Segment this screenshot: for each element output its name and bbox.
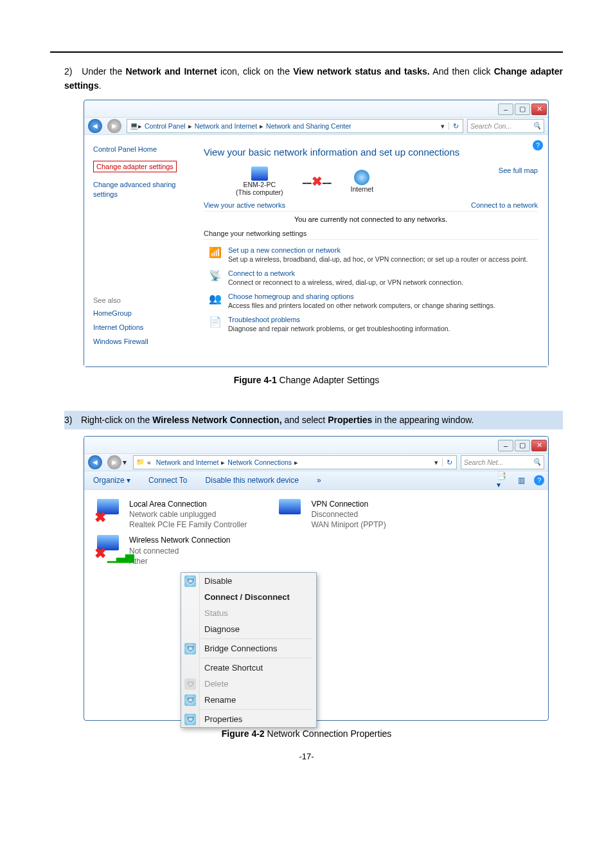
window-network-connections: – ▢ ✕ ◄ ► ▾ 📁 « Network and Internet ▸ N…: [84, 436, 549, 721]
minimize-button[interactable]: –: [498, 104, 513, 115]
connection-vpn[interactable]: VPN Connection Disconnected WAN Miniport…: [279, 499, 386, 530]
page-number: -17-: [0, 752, 613, 761]
step-3-bold-1: Wireless Network Connection,: [152, 415, 281, 425]
close-button-2[interactable]: ✕: [531, 440, 547, 451]
step-3-text-2: and select: [284, 415, 328, 425]
step-2-bold-2: View network status and tasks.: [293, 66, 430, 77]
vpn-status: Disconnected: [311, 509, 386, 520]
connect-network-icon: 📡: [209, 269, 222, 282]
wifi-title: Wireless Network Connection: [129, 535, 230, 545]
lan-x-icon: ✖: [94, 509, 106, 526]
link-troubleshoot[interactable]: Troubleshoot problems: [228, 316, 450, 323]
vpn-title: VPN Connection: [311, 499, 386, 509]
back-button-2[interactable]: ◄: [88, 455, 102, 469]
toolbar-more[interactable]: »: [308, 476, 330, 485]
figure-4-2-caption: Figure 4-2 Network Connection Properties: [0, 728, 613, 739]
step-3-text-1: Right-click on the: [81, 415, 152, 425]
connection-wireless[interactable]: ✖ ▁▃▅ Wireless Network Connection Not co…: [97, 535, 539, 566]
toolbar-disable-device[interactable]: Disable this network device: [197, 476, 308, 485]
toolbar-organize[interactable]: Organize ▾: [84, 476, 139, 485]
step-2-number: 2): [64, 64, 78, 78]
pc-sub: (This computer): [236, 188, 283, 196]
breadcrumb-3[interactable]: Network and Sharing Center: [263, 122, 354, 130]
wifi-x-icon: ✖: [94, 545, 106, 562]
desc-setup-new-connection: Set up a wireless, broadband, dial-up, a…: [228, 255, 528, 263]
network-diagram: ENM-2-PC (This computer) ━━✖━━ Internet: [236, 167, 499, 196]
context-menu: 🛡Disable Connect / Disconnect Status Dia…: [181, 572, 317, 728]
forward-button[interactable]: ►: [107, 119, 121, 133]
pc-name: ENM-2-PC: [236, 181, 283, 188]
view-icon[interactable]: 📑▾: [497, 475, 510, 486]
breadcrumb-2[interactable]: Network and Internet: [192, 122, 260, 130]
link-change-advanced-sharing[interactable]: Change advanced sharing settings: [93, 180, 188, 200]
link-change-adapter-settings[interactable]: Change adapter settings: [93, 161, 177, 172]
breadcrumb2-2[interactable]: Network Connections: [225, 458, 294, 466]
shield-icon-5: 🛡: [184, 714, 196, 725]
internet-label: Internet: [351, 185, 374, 193]
cm-connect-disconnect[interactable]: Connect / Disconnect: [181, 589, 316, 605]
internet-globe-icon: [354, 170, 369, 185]
step-3-instruction: 3) Right-click on the Wireless Network C…: [64, 411, 563, 429]
link-connect-to-network[interactable]: Connect to a network: [471, 201, 538, 209]
desc-troubleshoot: Diagnose and repair network problems, or…: [228, 325, 450, 332]
search-icon: 🔍: [533, 122, 541, 130]
search-placeholder-2: Search Net...: [464, 458, 503, 466]
cm-create-shortcut[interactable]: Create Shortcut: [181, 660, 316, 676]
search-input-2[interactable]: Search Net... 🔍: [461, 455, 544, 469]
search-placeholder: Search Con...: [470, 122, 511, 130]
link-control-panel-home[interactable]: Control Panel Home: [93, 145, 188, 153]
link-internet-options[interactable]: Internet Options: [93, 323, 188, 331]
breadcrumb-1[interactable]: Control Panel: [142, 122, 188, 130]
breadcrumb2-1[interactable]: Network and Internet: [154, 458, 221, 466]
lan-title: Local Area Connection: [129, 499, 247, 509]
cm-rename[interactable]: 🛡Rename: [181, 692, 316, 708]
label-change-networking-settings: Change your networking settings: [204, 230, 538, 237]
wifi-device: Ather: [129, 556, 230, 566]
cm-properties[interactable]: 🛡Properties: [181, 711, 316, 727]
cm-disable[interactable]: 🛡Disable: [181, 573, 316, 589]
vpn-device: WAN Miniport (PPTP): [311, 520, 386, 530]
back-button[interactable]: ◄: [88, 119, 102, 133]
connection-local-area[interactable]: ✖ Local Area Connection Network cable un…: [97, 499, 247, 530]
link-windows-firewall[interactable]: Windows Firewall: [93, 338, 188, 345]
link-homegroup-sharing[interactable]: Choose homegroup and sharing options: [228, 293, 495, 300]
see-also-label: See also: [93, 296, 188, 304]
wifi-status: Not connected: [129, 546, 230, 556]
figure-4-1-caption: Figure 4-1 Change Adapter Settings: [0, 375, 613, 385]
link-connect-to-a-network[interactable]: Connect to a network: [228, 269, 463, 277]
close-button[interactable]: ✕: [531, 104, 547, 115]
cm-bridge[interactable]: 🛡Bridge Connections: [181, 640, 316, 656]
shield-icon-3: 🛡: [184, 678, 196, 690]
cm-diagnose[interactable]: Diagnose: [181, 621, 316, 637]
link-homegroup[interactable]: HomeGroup: [93, 309, 188, 317]
address-bar-2[interactable]: 📁 « Network and Internet ▸ Network Conne…: [133, 455, 457, 469]
link-see-full-map[interactable]: See full map: [499, 167, 538, 174]
step-2-bold-1: Network and Internet: [126, 66, 217, 77]
dash-line: ━━: [303, 179, 312, 187]
search-input[interactable]: Search Con... 🔍: [467, 119, 544, 133]
address-bar[interactable]: 💻 ▸ Control Panel ▸ Network and Internet…: [127, 119, 463, 133]
toolbar-connect-to[interactable]: Connect To: [139, 476, 197, 485]
step-3-bold-2: Properties: [328, 415, 372, 425]
preview-pane-icon[interactable]: ▥: [515, 475, 528, 486]
link-setup-new-connection[interactable]: Set up a new connection or network: [228, 246, 528, 254]
shield-icon-2: 🛡: [184, 643, 196, 655]
desc-homegroup-sharing: Access files and printers located on oth…: [228, 302, 495, 309]
step-2-text-3: And then click: [432, 66, 493, 77]
maximize-button-2[interactable]: ▢: [515, 440, 530, 451]
step-2-instruction: 2) Under the Network and Internet icon, …: [64, 64, 563, 93]
homegroup-icon: 👥: [209, 293, 222, 305]
forward-button-2[interactable]: ►: [107, 455, 121, 469]
help-icon[interactable]: ?: [533, 140, 543, 150]
step-3-number: 3): [64, 413, 78, 427]
troubleshoot-icon: 📄: [209, 316, 222, 329]
minimize-button-2[interactable]: –: [498, 440, 513, 451]
shield-icon-4: 🛡: [184, 694, 196, 706]
wifi-bars-icon: ▁▃▅: [107, 549, 134, 563]
help-icon-2[interactable]: ?: [533, 475, 546, 486]
vpn-icon: [279, 499, 301, 514]
step-2-period: .: [99, 80, 102, 91]
lan-status: Network cable unplugged: [129, 509, 247, 520]
maximize-button[interactable]: ▢: [515, 104, 530, 115]
heading-view-basic: View your basic network information and …: [204, 147, 538, 158]
